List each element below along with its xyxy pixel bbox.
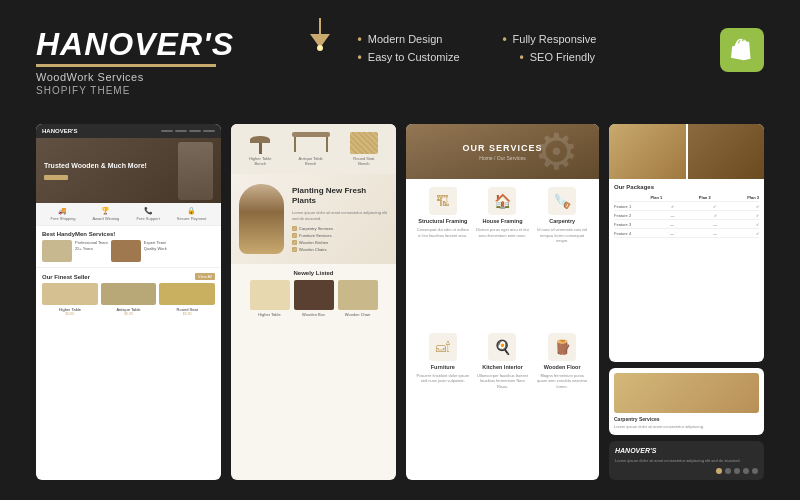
preview-3: ⚙ OUR SERVICES Home / Our Services 🏗 Str… — [406, 124, 599, 480]
product-item: Wooden Chair — [338, 280, 378, 317]
right-preview-image — [614, 373, 759, 413]
p1-hero-title: Trusted Wooden & Much More! — [44, 161, 213, 170]
table-row: Feature 3 — — ✓ — [614, 220, 759, 229]
service-desc: Magna fermentum purus quam sem conubia n… — [535, 373, 589, 390]
table-cell: — — [670, 231, 674, 236]
footer-logo: HANOVER'S — [615, 447, 758, 454]
p1-logo: HANOVER'S — [42, 128, 77, 134]
package-image-2 — [688, 124, 765, 179]
p1-feature-label: Secure Payment — [177, 216, 207, 221]
table-cell: ✓ — [756, 222, 759, 227]
p4-pkg-content: Our Packages Plan 1 Plan 2 Plan 3 Featur… — [609, 179, 764, 243]
product-item: Higher Table — [250, 280, 290, 317]
product-image — [294, 280, 334, 310]
table-row: Plan 1 Plan 2 Plan 3 — [614, 193, 759, 202]
product-price: $0.00 — [183, 312, 192, 316]
p1-feature-label: Award Winning — [93, 216, 120, 221]
p1-features-strip: 🚚 Free Shipping 🏆 Award Winning 📞 Free S… — [36, 203, 221, 226]
check-icon: ✓ — [292, 240, 297, 245]
service-item: 🛋 Furniture Posuere tincidunt dolor ipsu… — [416, 333, 470, 473]
p2-furniture-item: Round SeatBench — [350, 132, 378, 166]
p2-newly-section: Newely Listed Higher Table Wooden Box Wo… — [231, 264, 396, 480]
feature-easy-customize: • Easy to Customize — [358, 50, 460, 64]
service-desc: Posuere tincidunt dolor ipsum sed nunc j… — [416, 373, 470, 384]
package-image-1 — [609, 124, 686, 179]
service-name: Wooden Floor — [544, 364, 581, 370]
p2-newly-title: Newely Listed — [239, 270, 388, 276]
brand-underline — [36, 64, 216, 67]
table-cell: — — [713, 231, 717, 236]
brand-section: HANOVER'S WoodWork Services SHOPIFY THEM… — [36, 28, 234, 96]
service-item: 🪚 Carpentry Id nunc id venenatis cuis ve… — [535, 187, 589, 327]
table-cell: ✓ — [713, 204, 716, 209]
p1-feature-label: Free Shipping — [51, 216, 76, 221]
product-image — [101, 283, 157, 305]
service-name: Carpentry — [549, 218, 575, 224]
table-cell: Plan 2 — [699, 195, 711, 200]
p2-furniture-item: Antique TableBench — [292, 132, 330, 166]
p1-products-title: Our Finest Seller — [42, 274, 90, 280]
product-price: $0.00 — [124, 312, 133, 316]
p2-products-row: Higher Table Wooden Box Wooden Chair — [239, 280, 388, 317]
brand-tag: SHOPIFY THEME — [36, 85, 234, 96]
preview-4: Our Packages Plan 1 Plan 2 Plan 3 Featur… — [609, 124, 764, 480]
brand-title: HANOVER'S — [36, 28, 234, 60]
support-icon: 📞 — [144, 207, 153, 215]
dot[interactable] — [725, 468, 731, 474]
dot[interactable] — [743, 468, 749, 474]
checkbox-label: Wooden Chairs — [299, 247, 327, 252]
table-cell: — — [713, 222, 717, 227]
table-cell: ✓ — [756, 204, 759, 209]
checkbox-item: ✓ Wooden Chairs — [292, 247, 388, 252]
p1-header: HANOVER'S — [36, 124, 221, 138]
p1-view-all-button[interactable]: View All — [195, 273, 215, 280]
previews-container: HANOVER'S Trusted Wooden & Much More! — [36, 124, 764, 480]
service-desc: Dictum purus eget arcu et dui arcu ferme… — [476, 227, 530, 238]
p1-nav — [161, 130, 215, 132]
feature-label: Fully Responsive — [513, 33, 597, 45]
weave-image — [350, 132, 378, 154]
p3-hero-image: ⚙ OUR SERVICES Home / Our Services — [406, 124, 599, 179]
award-icon: 🏆 — [101, 207, 110, 215]
preview-1: HANOVER'S Trusted Wooden & Much More! — [36, 124, 221, 480]
bullet-icon: • — [502, 32, 506, 46]
table-cell: Feature 1 — [614, 204, 631, 209]
product-price: $0.00 — [65, 312, 74, 316]
dot[interactable] — [752, 468, 758, 474]
shipping-icon: 🚚 — [58, 207, 67, 215]
p1-service-text: Professional Team25+ Years — [75, 240, 108, 251]
furniture-icon: 🛋 — [429, 333, 457, 361]
wooden-floor-icon: 🪵 — [548, 333, 576, 361]
product-item: Round Seat $0.00 — [159, 283, 215, 316]
product-item: Higher Table $0.00 — [42, 283, 98, 316]
table-cell: Plan 1 — [651, 195, 663, 200]
product-label: Higher Table — [258, 312, 280, 317]
product-image — [159, 283, 215, 305]
footer-text: Lorem ipsum dolor sit amet consectetur a… — [615, 458, 758, 464]
p1-feature-payment: 🔒 Secure Payment — [177, 207, 207, 221]
dot[interactable] — [734, 468, 740, 474]
house-framing-icon: 🏠 — [488, 187, 516, 215]
p1-hero-button[interactable] — [44, 175, 68, 180]
checkbox-item: ✓ Wooden Kitchen — [292, 240, 388, 245]
p2-furniture-item: Higher TableBench — [249, 136, 271, 166]
bullet-icon: • — [358, 32, 362, 46]
table-row: Feature 1 ✓ ✓ ✓ — [614, 202, 759, 211]
p2-hero-text: Planting New Fresh Plants Lorem ipsum do… — [292, 186, 388, 253]
table-cell: ✓ — [714, 213, 717, 218]
table-cell: ✓ — [671, 204, 674, 209]
p4-right-preview: Carpentry Services Lorem ipsum dolor sit… — [609, 368, 764, 435]
service-name: Kitchen Interior — [482, 364, 523, 370]
product-image — [338, 280, 378, 310]
preview-2: Higher TableBench Antique TableBench Rou… — [231, 124, 396, 480]
p1-section-title: Best HandyMen Services! — [42, 231, 215, 237]
p1-feature-award: 🏆 Award Winning — [93, 207, 120, 221]
header: HANOVER'S WoodWork Services SHOPIFY THEM… — [36, 28, 764, 96]
table-row: Feature 4 — — ✓ — [614, 229, 759, 238]
dot-active[interactable] — [716, 468, 722, 474]
feature-label: Easy to Customize — [368, 51, 460, 63]
lamp-icon — [310, 18, 330, 51]
main-container: HANOVER'S WoodWork Services SHOPIFY THEM… — [0, 0, 800, 500]
service-desc: Ullamcorper faucibus laoreet faucibus fe… — [476, 373, 530, 390]
service-item: 🏠 House Framing Dictum purus eget arcu e… — [476, 187, 530, 327]
